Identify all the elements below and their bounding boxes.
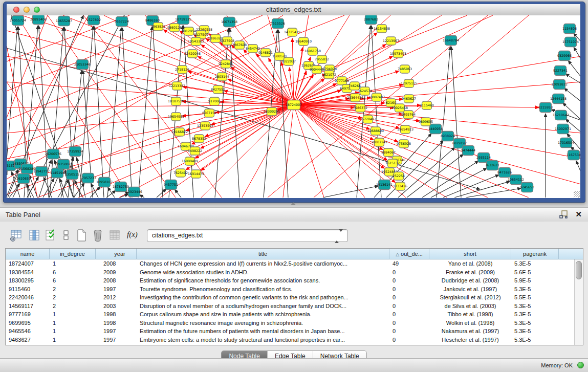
memory-status-indicator[interactable] — [577, 362, 584, 368]
cell-pagerank[interactable]: 5.3E-5 — [511, 285, 559, 294]
cell-title[interactable]: Investigating the contribution of common… — [137, 293, 389, 302]
cell-out_degree[interactable]: 0 — [389, 319, 429, 327]
cell-year[interactable]: 1998 — [96, 319, 137, 327]
cell-year[interactable]: 2003 — [96, 302, 137, 311]
cell-in_degree[interactable]: 1 — [50, 327, 96, 336]
cell-short[interactable]: Tibbo et al. (1998) — [429, 310, 511, 319]
delete-table-icon[interactable] — [92, 229, 103, 242]
cell-short[interactable]: Stergiakouli et al. (2012) — [429, 293, 511, 302]
table-row[interactable]: 977716911998Corpus callosum shape and si… — [6, 310, 575, 319]
table-row[interactable]: 946362711997Embryonic stem cells: a mode… — [6, 336, 575, 344]
network-table-select[interactable]: citations_edges.txt — [147, 229, 348, 242]
cell-short[interactable]: Wolkin et al. (1998) — [429, 319, 511, 327]
cell-name[interactable]: 18724007 — [6, 259, 50, 268]
column-header-in-degree[interactable]: in_degree — [50, 249, 96, 259]
cell-title[interactable]: Embryonic stem cells: a model to study s… — [137, 336, 389, 344]
cell-title[interactable]: Tourette syndrome. Phenomenology and cla… — [137, 285, 389, 294]
cell-pagerank[interactable]: 5.5E-5 — [511, 293, 559, 302]
cell-year[interactable]: 1997 — [96, 327, 137, 336]
cell-out_degree[interactable]: 0 — [389, 310, 429, 319]
table-vertical-scrollbar[interactable] — [574, 259, 583, 345]
cell-short[interactable]: Jankovic et al. (1997) — [429, 285, 511, 294]
cell-pagerank[interactable]: 5.3E-5 — [511, 310, 559, 319]
cell-name[interactable]: 22420046 — [6, 293, 50, 302]
cell-short[interactable]: Dudbridge et al. (2008) — [429, 276, 511, 285]
function-builder-icon[interactable]: f(x) — [127, 230, 138, 239]
window-resize-grip[interactable] — [574, 191, 580, 198]
cell-out_degree[interactable]: 0 — [389, 336, 429, 344]
table-row[interactable]: 1830029562008Estimation of significance … — [6, 276, 575, 285]
cell-name[interactable]: 19384554 — [6, 268, 50, 277]
cell-pagerank[interactable]: 5.3E-5 — [511, 302, 559, 311]
cell-in_degree[interactable]: 2 — [50, 293, 96, 302]
close-panel-icon[interactable]: ✕ — [575, 210, 582, 219]
cell-pagerank[interactable]: 5.9E-5 — [511, 276, 559, 285]
cell-pagerank[interactable]: 5.3E-5 — [511, 336, 559, 344]
cell-name[interactable]: 9115460 — [6, 285, 50, 294]
cell-short[interactable]: Nakamura et al. (1997) — [429, 327, 511, 336]
cell-out_degree[interactable]: 0 — [389, 285, 429, 294]
cell-out_degree[interactable]: 49 — [389, 259, 429, 268]
table-row[interactable]: 946554611997Estimation of the future num… — [6, 327, 575, 336]
table-row[interactable]: 2242004622012Investigating the contribut… — [6, 293, 575, 302]
cell-name[interactable]: 9777169 — [6, 310, 50, 319]
cell-name[interactable]: 14569117 — [6, 302, 50, 311]
cell-pagerank[interactable]: 5.6E-5 — [511, 268, 559, 277]
cell-in_degree[interactable]: 1 — [50, 336, 96, 344]
cell-name[interactable]: 9699695 — [6, 319, 50, 327]
cell-out_degree[interactable]: 0 — [389, 268, 429, 277]
cell-in_degree[interactable]: 6 — [50, 276, 96, 285]
cell-short[interactable]: Franke et al. (2009) — [429, 268, 511, 277]
new-column-icon[interactable] — [9, 229, 23, 242]
cell-in_degree[interactable]: 1 — [50, 319, 96, 327]
cell-out_degree[interactable]: 0 — [389, 276, 429, 285]
new-table-icon[interactable] — [76, 229, 87, 242]
float-panel-icon[interactable] — [559, 210, 568, 219]
cell-name[interactable]: 9465546 — [6, 327, 50, 336]
cell-title[interactable]: Structural magnetic resonance image aver… — [137, 319, 389, 327]
cell-title[interactable]: Disruption of a novel member of a sodium… — [137, 302, 389, 311]
table-row[interactable]: 911546021997Tourette syndrome. Phenomeno… — [6, 285, 575, 294]
table-row[interactable]: 1938455462009Genome-wide association stu… — [6, 268, 575, 277]
show-columns-icon[interactable] — [28, 229, 40, 242]
cell-in_degree[interactable]: 6 — [50, 268, 96, 277]
cell-year[interactable]: 2008 — [96, 276, 137, 285]
window-titlebar[interactable]: citations_edges.txt — [7, 4, 580, 16]
cell-out_degree[interactable]: 0 — [389, 293, 429, 302]
cell-name[interactable]: 18300295 — [6, 276, 50, 285]
table-row[interactable]: 1872400712008Changes of HCN gene express… — [6, 259, 575, 268]
cell-in_degree[interactable]: 1 — [50, 259, 96, 268]
column-header-year[interactable]: year — [96, 249, 137, 259]
network-canvas[interactable]: 2405572420891406106552871527802955722484… — [7, 15, 580, 198]
cell-year[interactable]: 1997 — [96, 285, 137, 294]
column-header-name[interactable]: name — [6, 249, 50, 259]
cell-in_degree[interactable]: 1 — [50, 310, 96, 319]
cell-year[interactable]: 1997 — [96, 336, 137, 344]
cell-out_degree[interactable]: 0 — [389, 327, 429, 336]
cell-pagerank[interactable]: 5.3E-5 — [511, 259, 559, 268]
scrollbar-thumb[interactable] — [576, 261, 582, 279]
cell-year[interactable]: 1998 — [96, 310, 137, 319]
cell-short[interactable]: Hescheler et al. (1997) — [429, 336, 511, 344]
network-view-window[interactable]: citations_edges.txt 24055724208914061065… — [3, 2, 585, 203]
cell-in_degree[interactable]: 2 — [50, 302, 96, 311]
cell-year[interactable]: 2008 — [96, 259, 137, 268]
column-header-pagerank[interactable]: pagerank — [511, 249, 559, 259]
cell-year[interactable]: 2012 — [96, 293, 137, 302]
network-canvas-svg[interactable]: 2405572420891406106552871527802955722484… — [7, 15, 580, 198]
select-rows-icon[interactable] — [45, 229, 56, 242]
cell-pagerank[interactable]: 5.3E-5 — [511, 327, 559, 336]
column-header-short[interactable]: short — [429, 249, 511, 259]
cell-year[interactable]: 2009 — [96, 268, 137, 277]
splitter-collapse-handle[interactable] — [291, 202, 296, 205]
table-row[interactable]: 969969511998Structural magnetic resonanc… — [6, 319, 575, 327]
cell-in_degree[interactable]: 2 — [50, 285, 96, 294]
import-table-icon[interactable] — [108, 229, 121, 242]
cell-title[interactable]: Estimation of the future numbers of pati… — [137, 327, 389, 336]
table-row[interactable]: 1456911722003Disruption of a novel membe… — [6, 302, 575, 311]
column-header-title[interactable]: title — [137, 249, 389, 259]
cell-short[interactable]: de Silva et al. (2003) — [429, 302, 511, 311]
column-header-out-degree[interactable]: △out_de... — [389, 249, 429, 259]
cell-short[interactable]: Yano et al. (2008) — [429, 259, 511, 268]
cell-out_degree[interactable]: 0 — [389, 302, 429, 311]
